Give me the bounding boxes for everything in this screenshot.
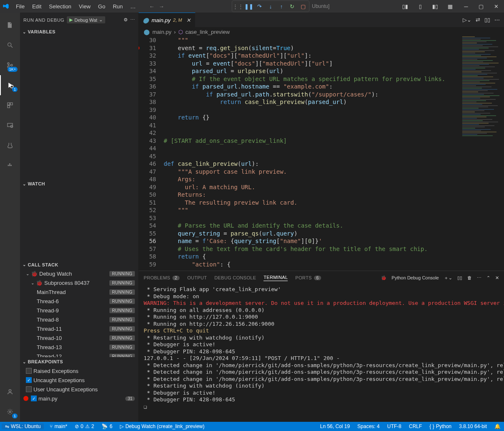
terminal-profile-name[interactable]: Python Debug Console bbox=[392, 275, 439, 280]
tab-close-icon[interactable]: ✕ bbox=[186, 17, 191, 23]
callstack-header[interactable]: ⌄ CALL STACK bbox=[20, 260, 138, 269]
accounts-icon[interactable] bbox=[0, 382, 20, 402]
breadcrumb[interactable]: ⬤ main.py › ⬡ case_link_preview bbox=[139, 27, 504, 36]
callstack-row[interactable]: Thread-8RUNNING bbox=[20, 315, 138, 324]
breakpoint-file-row[interactable]: ✓main.py31 bbox=[20, 394, 138, 403]
nav-back-icon[interactable]: ← bbox=[149, 3, 154, 10]
toggle-panel-icon[interactable]: ▯ bbox=[414, 0, 426, 13]
menu-selection[interactable]: Selection bbox=[46, 2, 74, 11]
problems-status[interactable]: ⊘0 ⚠2 bbox=[73, 423, 96, 429]
tab-debug-console[interactable]: DEBUG CONSOLE bbox=[214, 275, 256, 280]
callstack-row[interactable]: ⌄🐞Debug WatchRUNNING bbox=[20, 269, 138, 278]
step-over-icon[interactable]: ↷ bbox=[255, 2, 265, 11]
extensions-icon[interactable] bbox=[0, 95, 20, 115]
svg-point-16 bbox=[9, 411, 11, 413]
debug-gear-icon[interactable]: ⚙ bbox=[124, 17, 128, 23]
breakpoints-header[interactable]: ⌄ BREAKPOINTS bbox=[20, 357, 138, 366]
tab-ports[interactable]: PORTS6 bbox=[295, 275, 321, 280]
step-out-icon[interactable]: ↑ bbox=[276, 2, 286, 11]
indent-status[interactable]: Spaces: 4 bbox=[356, 423, 381, 429]
editor-tab[interactable]: ⬤ main.py 2, M ✕ bbox=[139, 13, 195, 27]
breakpoint-option[interactable]: User Uncaught Exceptions bbox=[20, 385, 138, 394]
menu-edit[interactable]: Edit bbox=[29, 2, 45, 11]
new-terminal-icon[interactable]: ＋⌄ bbox=[444, 275, 452, 281]
remote-explorer-icon[interactable] bbox=[0, 115, 20, 135]
close-panel-icon[interactable]: ✕ bbox=[495, 275, 499, 281]
code-editor[interactable]: 3031323334353637383940414243444546474849… bbox=[139, 36, 504, 271]
checkbox[interactable] bbox=[26, 368, 32, 374]
terminal-body[interactable]: * Serving Flask app 'create_link_preview… bbox=[139, 284, 504, 422]
cursor-position[interactable]: Ln 56, Col 19 bbox=[318, 423, 351, 429]
ports-status[interactable]: 📡6 bbox=[100, 423, 114, 429]
testing-icon[interactable] bbox=[0, 135, 20, 155]
maximize-panel-icon[interactable]: ⌃ bbox=[486, 275, 490, 281]
callstack-row[interactable]: ⌄🐞Subprocess 80437RUNNING bbox=[20, 278, 138, 287]
customize-layout-icon[interactable]: ▦ bbox=[444, 0, 456, 13]
code-body[interactable]: """ event = req.get_json(silent=True) if… bbox=[164, 36, 462, 271]
breakpoint-option[interactable]: ✓Uncaught Exceptions bbox=[20, 375, 138, 385]
toggle-primary-sidebar-icon[interactable]: ▯▮ bbox=[399, 0, 411, 13]
git-branch[interactable]: ⑂main* bbox=[48, 423, 69, 429]
python-version[interactable]: 3.8.10 64-bit bbox=[457, 423, 489, 429]
tab-problems[interactable]: PROBLEMS2 bbox=[144, 275, 180, 280]
source-control-icon[interactable]: 1K+ bbox=[0, 55, 20, 75]
callstack-row[interactable]: Thread-13RUNNING bbox=[20, 342, 138, 352]
menu-view[interactable]: View bbox=[76, 2, 94, 11]
more-actions-icon[interactable]: ⋯ bbox=[494, 17, 500, 23]
stop-icon[interactable]: ▢ bbox=[298, 2, 308, 11]
callstack-row[interactable]: Thread-9RUNNING bbox=[20, 306, 138, 315]
drag-handle-icon[interactable]: ⋮⋮ bbox=[233, 2, 243, 11]
callstack-row[interactable]: Thread-11RUNNING bbox=[20, 324, 138, 333]
language-status[interactable]: { } Python bbox=[428, 423, 453, 429]
maximize-icon[interactable]: ▢ bbox=[475, 0, 487, 13]
callstack-row[interactable]: Thread-12RUNNING bbox=[20, 352, 138, 357]
docker-icon[interactable] bbox=[0, 155, 20, 175]
notifications-icon[interactable]: 🔔 bbox=[493, 423, 502, 429]
eol-status[interactable]: CRLF bbox=[407, 423, 423, 429]
menu-bar: FileEditSelectionViewGoRun… bbox=[13, 2, 139, 11]
more-panel-icon[interactable]: ⋯ bbox=[477, 275, 481, 281]
variables-header[interactable]: ⌄ VARIABLES bbox=[20, 27, 138, 36]
editor-tab-bar: ⬤ main.py 2, M ✕ ▷⌄ ⇄ ▯▯ ⋯ bbox=[139, 13, 504, 27]
close-icon[interactable]: ✕ bbox=[490, 0, 502, 13]
checkbox[interactable] bbox=[26, 386, 32, 392]
tab-terminal[interactable]: TERMINAL bbox=[263, 275, 288, 281]
step-into-icon[interactable]: ↓ bbox=[266, 2, 276, 11]
callstack-row[interactable]: Thread-6RUNNING bbox=[20, 297, 138, 306]
toggle-secondary-sidebar-icon[interactable]: ▮▯ bbox=[429, 0, 441, 13]
menu-run[interactable]: Run bbox=[109, 2, 126, 11]
more-icon[interactable]: ⋯ bbox=[130, 17, 135, 23]
python-file-icon: ⬤ bbox=[143, 17, 149, 23]
split-terminal-icon[interactable]: ▯▯ bbox=[457, 275, 462, 281]
watch-header[interactable]: ⌄ WATCH bbox=[20, 179, 138, 188]
split-editor-icon[interactable]: ▯▯ bbox=[484, 17, 490, 23]
debug-header: RUN AND DEBUG ▶ Debug Wat ⌄ ⚙ ⋯ bbox=[20, 13, 138, 27]
restart-icon[interactable]: ↻ bbox=[287, 2, 297, 11]
title-bar: FileEditSelectionViewGoRun… ← → ⋮⋮ ❚❚ ↷ … bbox=[0, 0, 504, 13]
tab-output[interactable]: OUTPUT bbox=[187, 275, 207, 280]
breakpoint-option[interactable]: Raised Exceptions bbox=[20, 366, 138, 375]
checkbox[interactable]: ✓ bbox=[26, 377, 32, 383]
minimize-icon[interactable]: ─ bbox=[460, 0, 472, 13]
nav-forward-icon[interactable]: → bbox=[159, 3, 164, 10]
run-debug-icon[interactable]: 1 bbox=[0, 75, 20, 95]
checkbox[interactable]: ✓ bbox=[31, 396, 37, 401]
debug-status[interactable]: ▷Debug Watch (create_link_preview) bbox=[118, 423, 206, 429]
minimap[interactable] bbox=[462, 36, 504, 271]
callstack-row[interactable]: Thread-10RUNNING bbox=[20, 333, 138, 342]
search-icon[interactable] bbox=[0, 35, 20, 55]
settings-icon[interactable]: 1 bbox=[0, 402, 20, 422]
run-icon[interactable]: ▷⌄ bbox=[463, 17, 471, 23]
menu-…[interactable]: … bbox=[127, 2, 139, 11]
kill-terminal-icon[interactable]: 🗑 bbox=[467, 275, 472, 280]
menu-file[interactable]: File bbox=[13, 2, 28, 11]
menu-go[interactable]: Go bbox=[95, 2, 109, 11]
encoding-status[interactable]: UTF-8 bbox=[385, 423, 403, 429]
callstack-row[interactable]: MainThreadRUNNING bbox=[20, 287, 138, 297]
diff-icon[interactable]: ⇄ bbox=[476, 17, 480, 23]
pause-icon[interactable]: ❚❚ bbox=[244, 2, 254, 11]
svg-rect-8 bbox=[8, 106, 10, 108]
explorer-icon[interactable] bbox=[0, 15, 20, 35]
remote-indicator[interactable]: ⇋ WSL: Ubuntu bbox=[2, 423, 44, 429]
debug-config-selector[interactable]: ▶ Debug Wat ⌄ bbox=[67, 16, 105, 23]
